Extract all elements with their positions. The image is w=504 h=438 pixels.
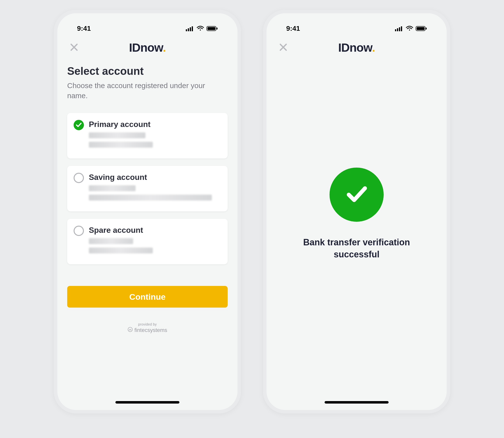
account-option-saving[interactable]: Saving account bbox=[67, 166, 228, 211]
brand-name: IDnow bbox=[129, 41, 163, 54]
svg-rect-0 bbox=[186, 29, 187, 31]
svg-rect-13 bbox=[417, 27, 425, 30]
provided-by-label: provided by bbox=[138, 322, 157, 326]
svg-rect-2 bbox=[190, 27, 191, 31]
cellular-icon bbox=[395, 26, 403, 31]
screen: 9:41 IDnow. S bbox=[57, 13, 237, 410]
status-indicators bbox=[186, 26, 218, 31]
home-indicator[interactable] bbox=[325, 401, 389, 404]
status-bar: 9:41 bbox=[67, 23, 228, 38]
radio-selected[interactable] bbox=[74, 120, 84, 130]
account-option-primary[interactable]: Primary account bbox=[67, 113, 228, 158]
provider-attribution: provided by fintecsystems bbox=[67, 322, 228, 334]
provider-name: fintecsystems bbox=[134, 327, 167, 333]
success-badge bbox=[330, 168, 384, 222]
home-indicator[interactable] bbox=[115, 401, 179, 404]
svg-rect-14 bbox=[426, 28, 427, 30]
app-header: IDnow. bbox=[67, 38, 228, 57]
radio-unselected[interactable] bbox=[74, 226, 84, 236]
status-bar: 9:41 bbox=[276, 23, 437, 38]
phone-select-account: 9:41 IDnow. S bbox=[54, 10, 241, 413]
radio-unselected[interactable] bbox=[74, 173, 84, 183]
redacted-text bbox=[89, 142, 153, 148]
redacted-text bbox=[89, 132, 145, 138]
svg-rect-6 bbox=[217, 28, 218, 30]
account-label: Primary account bbox=[89, 120, 221, 129]
brand-logo: IDnow. bbox=[129, 41, 166, 54]
page-subtitle: Choose the account registered under your… bbox=[67, 81, 228, 101]
svg-rect-10 bbox=[399, 27, 400, 31]
svg-rect-8 bbox=[395, 29, 396, 31]
check-icon bbox=[342, 179, 371, 210]
screen: 9:41 IDnow. bbox=[267, 13, 447, 410]
phone-success: 9:41 IDnow. bbox=[263, 10, 450, 413]
close-icon bbox=[69, 42, 79, 53]
svg-point-7 bbox=[128, 327, 132, 332]
account-option-spare[interactable]: Spare account bbox=[67, 219, 228, 264]
redacted-text bbox=[89, 185, 136, 191]
redacted-text bbox=[89, 238, 133, 244]
cellular-icon bbox=[186, 26, 194, 31]
account-label: Spare account bbox=[89, 226, 221, 235]
account-label: Saving account bbox=[89, 173, 221, 182]
redacted-text bbox=[89, 248, 153, 253]
success-panel: Bank transfer verification successful bbox=[276, 45, 437, 383]
page-title: Select account bbox=[67, 65, 228, 77]
check-icon bbox=[76, 122, 82, 128]
redacted-text bbox=[89, 195, 212, 201]
battery-icon bbox=[206, 26, 218, 31]
status-time: 9:41 bbox=[286, 25, 300, 32]
battery-icon bbox=[416, 26, 427, 31]
svg-rect-1 bbox=[188, 28, 189, 31]
wifi-icon bbox=[197, 26, 204, 31]
status-time: 9:41 bbox=[77, 25, 91, 32]
continue-button[interactable]: Continue bbox=[67, 286, 228, 308]
status-indicators bbox=[395, 26, 427, 31]
svg-rect-11 bbox=[401, 26, 402, 31]
svg-rect-5 bbox=[207, 27, 215, 30]
close-button[interactable] bbox=[67, 41, 81, 54]
wifi-icon bbox=[406, 26, 413, 31]
brand-dot: . bbox=[163, 41, 166, 54]
svg-rect-3 bbox=[192, 26, 193, 31]
success-message: Bank transfer verification successful bbox=[295, 236, 418, 260]
svg-rect-9 bbox=[397, 28, 398, 31]
fingerprint-icon bbox=[127, 327, 133, 334]
